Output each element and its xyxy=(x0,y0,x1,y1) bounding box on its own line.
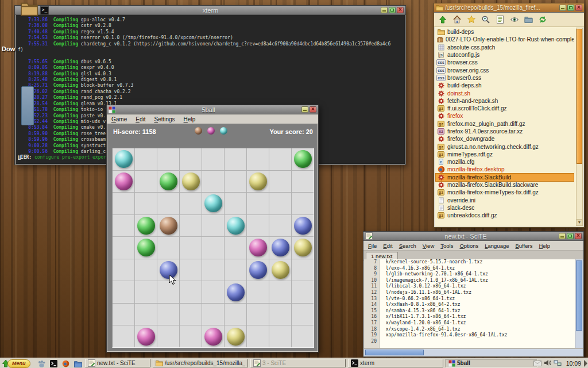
grid-cell[interactable] xyxy=(157,281,179,303)
file-row[interactable]: fetch-and-repack.sh xyxy=(436,97,574,105)
file-row[interactable]: jsautoconfig.js xyxy=(436,51,574,59)
game-ball-cyan[interactable] xyxy=(115,150,133,168)
menu-item-edit[interactable]: Edit xyxy=(136,116,145,122)
launcher-paw-icon[interactable] xyxy=(37,359,47,368)
list-view-icon[interactable] xyxy=(496,15,505,24)
game-ball-yellow[interactable] xyxy=(182,172,200,190)
file-row[interactable]: slack-desc xyxy=(436,204,574,212)
grid-cell[interactable] xyxy=(180,304,202,325)
grid-cell[interactable] xyxy=(180,259,202,281)
file-row[interactable]: gzff.ui.scrollToClick.diff.gz xyxy=(436,105,574,112)
file-row[interactable]: build-deps xyxy=(436,28,574,36)
file-row[interactable]: gzmimeTypes.rdf.gz xyxy=(436,151,574,158)
grid-cell[interactable] xyxy=(292,259,314,281)
task-button[interactable]: /usr/src/repo/builds_15/mozilla_firefo..… xyxy=(153,359,248,367)
grid-cell[interactable] xyxy=(202,259,224,281)
menu-item-edit[interactable]: Edit xyxy=(383,243,392,249)
task-button[interactable]: 5ball xyxy=(446,359,537,367)
grid-cell[interactable] xyxy=(247,325,269,347)
file-row[interactable]: gzfirefox.moz_plugin_path.diff.gz xyxy=(436,120,574,128)
grid-cell[interactable] xyxy=(135,325,157,347)
grid-cell[interactable] xyxy=(269,237,291,259)
grid-cell[interactable] xyxy=(225,193,246,214)
grid-cell[interactable] xyxy=(225,215,246,237)
editor-area[interactable]: 7 k/kernel-source-5.15.7-noarch-1.txz8 l… xyxy=(364,259,575,348)
grid-cell[interactable] xyxy=(225,237,246,259)
game-ball-cyan[interactable] xyxy=(204,194,222,212)
grid-cell[interactable] xyxy=(157,325,179,347)
grid-cell[interactable] xyxy=(202,281,224,303)
grid-cell[interactable] xyxy=(225,171,246,193)
game-ball-yellow[interactable] xyxy=(294,239,312,256)
grid-cell[interactable] xyxy=(157,193,179,214)
panel-collapse-arrow[interactable] xyxy=(584,360,587,367)
refresh-icon[interactable] xyxy=(538,15,547,24)
desktop-icon-label[interactable]: Dow xyxy=(2,45,15,52)
launcher-firefox-icon[interactable] xyxy=(61,359,71,368)
task-button[interactable]: new.txt - SciTE xyxy=(85,359,150,367)
grid-cell[interactable] xyxy=(135,148,157,170)
bookmark-icon[interactable] xyxy=(467,15,476,24)
grid-cell[interactable] xyxy=(292,215,314,237)
scite-titlebar[interactable]: new.txt - SciTE xyxy=(363,232,583,241)
game-ball-brown[interactable] xyxy=(160,217,177,235)
launcher-folder-blue-icon[interactable] xyxy=(73,359,83,368)
game-ball-blue[interactable] xyxy=(294,217,312,235)
grid-cell[interactable] xyxy=(247,259,269,281)
grid-cell[interactable] xyxy=(135,171,157,193)
scrollbar-thumb[interactable] xyxy=(576,260,582,331)
grid-cell[interactable] xyxy=(180,281,202,303)
menu-item-search[interactable]: Search xyxy=(399,243,416,249)
scrollbar-thumb[interactable] xyxy=(577,29,582,164)
menu-item-language[interactable]: Language xyxy=(485,243,509,249)
grid-cell[interactable] xyxy=(202,215,224,237)
grid-cell[interactable] xyxy=(157,148,179,170)
grid-cell[interactable] xyxy=(269,193,291,214)
menu-item-help[interactable]: Help xyxy=(539,243,550,249)
grid-cell[interactable] xyxy=(135,215,157,237)
launcher-terminal-icon[interactable] xyxy=(49,359,59,368)
menu-item-view[interactable]: View xyxy=(423,243,434,249)
file-row[interactable]: firefox xyxy=(436,112,574,120)
grid-cell[interactable] xyxy=(135,237,157,259)
file-row[interactable]: doinst.sh xyxy=(436,89,574,97)
grid-cell[interactable] xyxy=(292,325,314,347)
grid-cell[interactable] xyxy=(202,237,224,259)
menu-item-file[interactable]: File xyxy=(368,243,377,249)
minimize-button[interactable] xyxy=(301,106,308,113)
file-row[interactable]: xzfirefox-91.4.0esr.source.tar.xz xyxy=(436,128,574,135)
grid-cell[interactable] xyxy=(269,215,291,237)
game-ball-blue[interactable] xyxy=(272,239,289,256)
grid-cell[interactable] xyxy=(113,304,134,325)
file-row[interactable]: override.ini xyxy=(436,197,574,204)
up-icon[interactable] xyxy=(438,15,447,24)
scrollbar[interactable]: ▼ xyxy=(576,28,583,226)
game-ball-blue[interactable] xyxy=(249,261,267,279)
file-row[interactable]: cssbrowser0.css xyxy=(436,74,574,82)
grid-cell[interactable] xyxy=(113,171,134,193)
file-row[interactable]: cmozilla.cfg xyxy=(436,158,574,166)
grid-cell[interactable] xyxy=(247,148,269,170)
network-icon[interactable] xyxy=(554,360,562,366)
maximize-button[interactable] xyxy=(567,5,574,11)
game-ball-blue[interactable] xyxy=(227,283,245,301)
file-row[interactable]: absolute-css.patch xyxy=(436,44,574,51)
grid-cell[interactable] xyxy=(113,237,134,259)
grid-cell[interactable] xyxy=(247,215,269,237)
grid-cell[interactable] xyxy=(202,148,224,170)
menu-button[interactable]: Menu xyxy=(1,359,30,368)
menu-item-help[interactable]: Help xyxy=(184,116,196,122)
eye-icon[interactable] xyxy=(510,15,519,24)
grid-cell[interactable] xyxy=(292,304,314,325)
minimize-button[interactable] xyxy=(559,233,566,239)
game-ball-yellow[interactable] xyxy=(272,261,289,279)
file-row[interactable]: firefox_downgrade xyxy=(436,135,574,143)
zoom-icon[interactable] xyxy=(481,15,490,24)
game-ball-green[interactable] xyxy=(137,217,155,235)
grid-cell[interactable] xyxy=(225,304,246,325)
file-manager-titlebar[interactable]: /usr/src/repo/builds_15/mozilla_firef... xyxy=(434,3,584,13)
grid-cell[interactable] xyxy=(180,148,202,170)
grid-cell[interactable] xyxy=(202,171,224,193)
file-row[interactable]: gzgkrust.a.no.networking.check.diff.gz xyxy=(436,143,574,150)
file-row[interactable]: gzunbreakdocs.diff.gz xyxy=(436,212,574,219)
